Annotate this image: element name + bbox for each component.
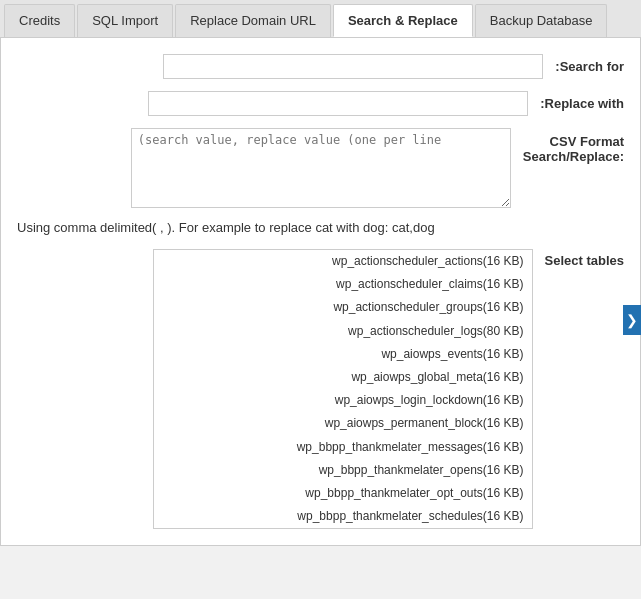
replace-input[interactable] — [148, 91, 528, 116]
select-tables-label: Select tables — [545, 249, 625, 268]
tab-bar: Credits SQL Import Replace Domain URL Se… — [0, 0, 641, 38]
help-text: Using comma delimited( , ). For example … — [17, 220, 624, 235]
list-item[interactable]: wp_actionscheduler_logs(80 KB) — [154, 320, 532, 343]
search-for-row: Search for: — [17, 54, 624, 79]
list-item[interactable]: wp_aiowps_global_meta(16 KB) — [154, 366, 532, 389]
tables-listbox[interactable]: wp_actionscheduler_actions(16 KB)wp_acti… — [153, 249, 533, 529]
replace-with-row: Replace with: — [17, 91, 624, 116]
list-item[interactable]: wp_bbpp_thankmelater_messages(16 KB) — [154, 436, 532, 459]
main-content: Search for: Replace with: CSV Format:Sea… — [0, 38, 641, 546]
list-item[interactable]: wp_blc_filters(16 KB) — [154, 528, 532, 529]
list-item[interactable]: wp_aiowps_permanent_block(16 KB) — [154, 412, 532, 435]
tab-sql-import[interactable]: SQL Import — [77, 4, 173, 37]
list-item[interactable]: wp_actionscheduler_claims(16 KB) — [154, 273, 532, 296]
right-arrow-button[interactable]: ❯ — [623, 305, 641, 335]
list-item[interactable]: wp_actionscheduler_groups(16 KB) — [154, 296, 532, 319]
replace-with-label: Replace with: — [540, 96, 624, 111]
tab-replace-domain-url[interactable]: Replace Domain URL — [175, 4, 331, 37]
csv-format-label: CSV Format:Search/Replace — [523, 128, 624, 164]
list-item[interactable]: wp_actionscheduler_actions(16 KB) — [154, 250, 532, 273]
list-item[interactable]: wp_bbpp_thankmelater_opt_outs(16 KB) — [154, 482, 532, 505]
list-item[interactable]: wp_aiowps_login_lockdown(16 KB) — [154, 389, 532, 412]
csv-format-row: CSV Format:Search/Replace — [17, 128, 624, 208]
tab-search-replace[interactable]: Search & Replace — [333, 4, 473, 37]
tab-credits[interactable]: Credits — [4, 4, 75, 37]
search-input[interactable] — [163, 54, 543, 79]
list-item[interactable]: wp_aiowps_events(16 KB) — [154, 343, 532, 366]
list-item[interactable]: wp_bbpp_thankmelater_schedules(16 KB) — [154, 505, 532, 528]
search-for-label: Search for: — [555, 59, 624, 74]
tab-backup-database[interactable]: Backup Database — [475, 4, 608, 37]
csv-textarea[interactable] — [131, 128, 511, 208]
tables-row: wp_actionscheduler_actions(16 KB)wp_acti… — [17, 249, 624, 529]
list-item[interactable]: wp_bbpp_thankmelater_opens(16 KB) — [154, 459, 532, 482]
